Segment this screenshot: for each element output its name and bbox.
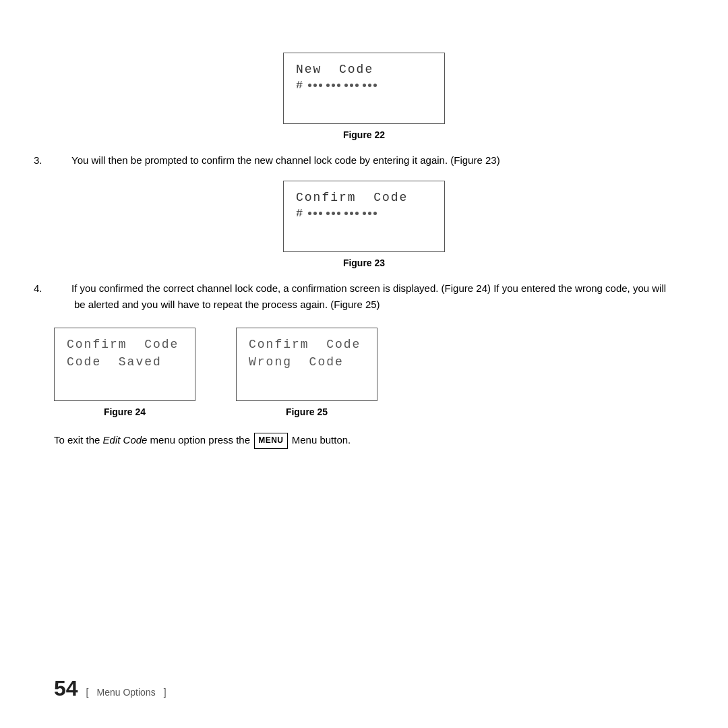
bottom-suffix: Menu button. (289, 434, 351, 446)
fig22-input-line: # (296, 79, 432, 92)
bracket-open: [ (86, 687, 89, 698)
step-4-text: If you confirmed the correct channel loc… (71, 282, 666, 310)
fig22-hash: # (296, 79, 304, 92)
step-3-number: 3. (54, 152, 71, 169)
figure-25-screen: Confirm Code Wrong Code (236, 328, 377, 401)
page-content: New Code # Figure 22 3.You will then be … (0, 0, 728, 489)
figure-24-screen: Confirm Code Code Saved (54, 328, 195, 401)
step-4-number: 4. (54, 280, 71, 297)
figures-24-25-row: Confirm Code Code Saved Figure 24 Confir… (54, 328, 674, 417)
section-label: Menu Options (96, 687, 155, 698)
fig24-caption: Figure 24 (104, 406, 146, 417)
fig25-line2: Wrong Code (249, 355, 365, 369)
bottom-paragraph: To exit the Edit Code menu option press … (54, 432, 674, 449)
figure-23-screen: Confirm Code # (283, 181, 445, 252)
step-3-text: You will then be prompted to confirm the… (71, 154, 500, 166)
fig23-caption: Figure 23 (343, 257, 385, 268)
page-footer: 54 [ Menu Options ] (54, 676, 166, 701)
figure-22-screen: New Code # (283, 53, 445, 124)
fig23-hash: # (296, 207, 304, 220)
bottom-italic: Edit Code (103, 434, 148, 446)
fig23-line1: Confirm Code (296, 191, 432, 204)
bottom-prefix: To exit the (54, 434, 103, 446)
figure-24-col: Confirm Code Code Saved Figure 24 (54, 328, 195, 417)
fig22-dots (308, 84, 377, 87)
fig22-caption: Figure 22 (343, 129, 385, 140)
fig24-line1: Confirm Code (67, 338, 183, 351)
figure-25-col: Confirm Code Wrong Code Figure 25 (236, 328, 377, 417)
page-number: 54 (54, 676, 78, 701)
fig25-line1: Confirm Code (249, 338, 365, 351)
fig23-input-line: # (296, 207, 432, 220)
fig24-line2: Code Saved (67, 355, 183, 369)
bracket-close: ] (164, 687, 166, 698)
menu-badge: MENU (254, 433, 287, 448)
fig25-caption: Figure 25 (286, 406, 328, 417)
fig23-dots (308, 212, 377, 215)
figure-22-container: New Code # Figure 22 (54, 53, 674, 140)
bottom-middle: menu option press the (147, 434, 253, 446)
step-4: 4.If you confirmed the correct channel l… (54, 280, 674, 313)
fig22-line1: New Code (296, 63, 432, 76)
figure-23-container: Confirm Code # Figure 23 (54, 181, 674, 268)
step-3: 3.You will then be prompted to confirm t… (54, 152, 674, 169)
